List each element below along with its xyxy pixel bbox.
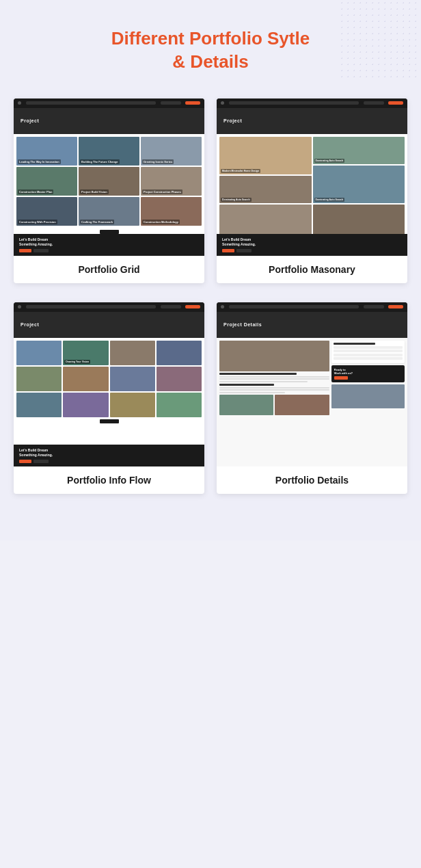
grid-cell-2: Building The Future Change: [79, 137, 139, 166]
details-title-line: [219, 373, 297, 375]
mini-content-grid: Leading The Way In Innovation Building T…: [14, 134, 204, 234]
nav-bar-pd: [229, 305, 359, 308]
masonary-cell-5: Dominating Auto Search: [219, 205, 312, 234]
mini-hero-grid: Project: [14, 108, 204, 134]
mini-nav-masonary: [217, 98, 407, 108]
grid-cell-1: Leading The Way In Innovation: [16, 137, 77, 166]
grid-cell-5: Project Build Vision: [79, 167, 139, 196]
nav-bar-2: [161, 101, 181, 105]
nav-bar: [26, 101, 156, 105]
portfolio-infoflow-preview: Project Drawing Your Vision: [14, 302, 204, 466]
nav-btn: [185, 101, 200, 105]
grid-cell-label-9: Construction Methodology: [142, 220, 180, 224]
cta-text: Ready toWork with us?: [334, 368, 402, 375]
grid-cell-label-3: Greeting Iconic Series: [142, 159, 174, 164]
mini-nav-details: [217, 302, 407, 312]
footer-text-grid: Let's Build DreamSomething Amazing.: [19, 237, 53, 247]
masonary-label-2: Dominating Auto Search: [314, 159, 345, 163]
footer-btns-grid: [19, 249, 53, 252]
grid-cell-4: Construction Master Plan: [16, 167, 77, 196]
if-cell-4: [157, 341, 202, 365]
details-main-img: [219, 341, 329, 371]
masonary-col-left: Modern Minimalist Home Design Dominating…: [219, 137, 312, 234]
details-layout: Ready toWork with us?: [217, 338, 407, 418]
details-text-2: [219, 378, 329, 380]
mini-footer-content-masonary: Let's Build DreamSomething Amazing.: [222, 237, 256, 252]
mini-browser-details: Project Details: [217, 302, 407, 466]
infoflow-row3: [14, 391, 204, 417]
masonary-cell-1: Modern Minimalist Home Design: [219, 137, 312, 174]
footer-btn-1: [19, 249, 31, 252]
portfolio-details-card[interactable]: Project Details: [217, 302, 407, 494]
nav-btn-if: [185, 305, 200, 308]
grid-cell-3: Greeting Iconic Series: [141, 137, 202, 166]
portfolio-masonary-card[interactable]: Project Modern Minimalist Home Design Do…: [217, 98, 407, 283]
grid-cell-label-4: Construction Master Plan: [18, 189, 53, 194]
portfolio-masonary-label: Portfolio Masonary: [217, 256, 407, 283]
details-right: Ready toWork with us?: [331, 341, 405, 415]
details-text-1: [219, 376, 329, 378]
nav-bar-if: [26, 305, 156, 308]
grid-cell-label-6: Project Construction Phases: [142, 189, 182, 194]
footer-text-masonary: Let's Build DreamSomething Amazing.: [222, 237, 256, 247]
grid-cell-label-5: Project Build Vision: [80, 189, 109, 194]
mini-nav-grid: [14, 98, 204, 108]
details-text-5: [219, 389, 329, 391]
details-side-img: [331, 384, 405, 408]
if-cell-2-label: Drawing Your Vision: [64, 360, 90, 364]
mini-content-masonary: Modern Minimalist Home Design Dominating…: [217, 134, 407, 234]
portfolio-details-preview: Project Details: [217, 302, 407, 466]
portfolio-grid-card[interactable]: Project Leading The Way In Innovation Bu…: [14, 98, 204, 283]
grid-cell-8: Crafting The Framework: [79, 197, 139, 226]
if-cell-6: [63, 367, 108, 391]
grid-cell-9: Construction Methodology: [141, 197, 202, 226]
heading-highlight: Portfolio Sytle: [189, 28, 310, 49]
nav-btn-pd: [388, 305, 403, 308]
heading-text: Different Portfolio Sytle & Details: [14, 27, 407, 74]
grid-cell-label-7: Constructing With Precision: [18, 220, 57, 224]
footer-btn-2: [33, 249, 49, 252]
details-cta-box: Ready toWork with us?: [331, 365, 405, 382]
infoflow-load-more-btn: [100, 419, 119, 423]
hero-title-details: Project Details: [223, 322, 262, 327]
if-cell-11: [110, 393, 155, 417]
footer-btn-m1: [222, 249, 234, 252]
if-cell-3: [110, 341, 155, 365]
masonary-grid: Modern Minimalist Home Design Dominating…: [217, 134, 407, 234]
if-cell-8: [157, 367, 202, 391]
grid-cell-label-1: Leading The Way In Innovation: [18, 159, 61, 164]
mini-browser-infoflow: Project Drawing Your Vision: [14, 302, 204, 466]
if-cell-2: Drawing Your Vision: [63, 341, 108, 365]
mini-hero-details: Project Details: [217, 312, 407, 338]
nav-bar-m2: [364, 101, 384, 105]
footer-btns-masonary: [222, 249, 256, 252]
masonary-col-right: Dominating Auto Search Dominating Auto S…: [313, 137, 405, 234]
footer-btn-if2: [33, 460, 49, 463]
mini-footer-content-grid: Let's Build DreamSomething Amazing.: [19, 237, 53, 252]
mini-content-infoflow: Drawing Your Vision: [14, 338, 204, 445]
grid-load-more-row: [14, 228, 204, 234]
mini-footer-masonary: Let's Build DreamSomething Amazing.: [217, 234, 407, 256]
pg-grid: Leading The Way In Innovation Building T…: [14, 134, 204, 228]
masonary-cell-2: Dominating Auto Search: [313, 137, 405, 164]
mini-footer-content-infoflow: Let's Build DreamSomething Amazing.: [19, 448, 53, 463]
if-cell-12: [157, 393, 202, 417]
if-cell-5: [16, 367, 62, 391]
grid-cell-label-8: Crafting The Framework: [80, 220, 114, 224]
sidebar-title: [334, 343, 375, 345]
portfolio-infoflow-card[interactable]: Project Drawing Your Vision: [14, 302, 204, 494]
heading-line1: Different: [111, 28, 189, 49]
details-subtitle: [219, 384, 274, 386]
if-cell-10: [63, 393, 108, 417]
details-bottom-img-2: [275, 395, 329, 415]
details-bottom-imgs: [219, 395, 329, 415]
masonary-label-3: Dominating Auto Search: [221, 198, 252, 202]
nav-btn-m: [388, 101, 403, 105]
grid-cell-7: Constructing With Precision: [16, 197, 77, 226]
heading-line2: & Details: [172, 51, 248, 72]
mini-nav-infoflow: [14, 302, 204, 312]
masonary-label-1: Modern Minimalist Home Design: [221, 169, 260, 173]
grid-cell-6: Project Construction Phases: [141, 167, 202, 196]
cta-btn: [334, 376, 348, 380]
if-cell-7: [110, 367, 155, 391]
